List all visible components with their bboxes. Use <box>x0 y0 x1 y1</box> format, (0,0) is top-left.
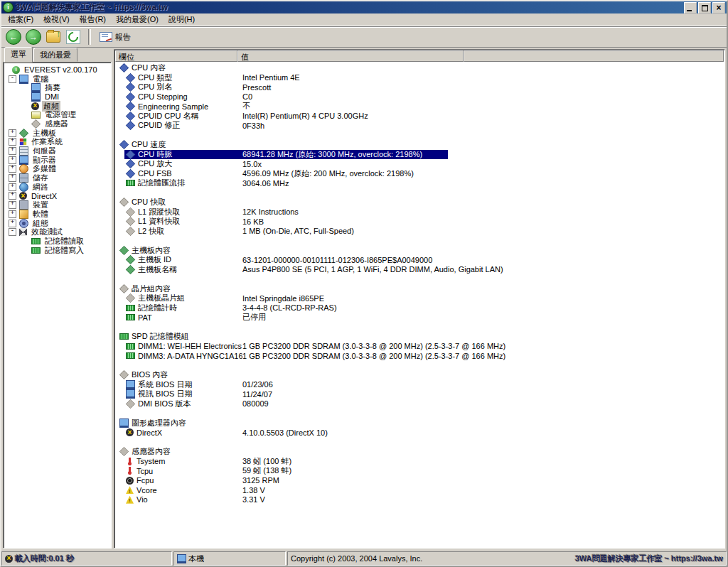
tree-expand-toggle[interactable]: + <box>9 210 16 218</box>
info-row[interactable]: CPU 快取 <box>115 198 724 207</box>
info-row[interactable]: Engineering Sample 不 <box>115 102 724 112</box>
row-icon <box>119 370 129 379</box>
info-row[interactable]: Tcpu 59 蚓 (138 蚌) <box>115 466 724 476</box>
sidebar-tab[interactable]: 選單 <box>4 47 33 63</box>
info-row[interactable]: 晶片組內容 <box>115 284 724 294</box>
menu-item[interactable]: 說明(H) <box>164 14 200 26</box>
info-row[interactable]: 主機板名稱 Asus P4P800 SE (5 PCI, 1 AGP, 1 Wi… <box>115 265 724 275</box>
tree-item[interactable]: 感應器 <box>5 119 111 129</box>
info-row[interactable] <box>115 409 724 418</box>
tree-expand-toggle[interactable]: + <box>9 220 16 227</box>
menu-item[interactable]: 我的最愛(O) <box>111 14 164 26</box>
tree-item[interactable]: EVEREST v2.00.170 <box>5 65 111 75</box>
info-row[interactable]: 視訊 BIOS 日期 11/24/07 <box>115 389 724 399</box>
tree-item[interactable]: + 儲存 <box>5 173 111 183</box>
info-row[interactable]: CPUID 修正 0F33h <box>115 121 724 131</box>
info-row[interactable]: PAT 已停用 <box>115 313 724 323</box>
info-row[interactable]: DIMM3: A-DATA HYNGC1A16 1 GB PC3200 DDR … <box>115 351 724 361</box>
info-row[interactable]: CPU FSB 4596.09 MHz (原始: 200 MHz, overcl… <box>115 169 724 179</box>
tree-item[interactable]: 摘要 <box>5 83 111 92</box>
info-row[interactable]: CPU 時脈 68941.28 MHz (原始: 3000 MHz, overc… <box>115 150 724 160</box>
info-row[interactable]: CPU 別名 Prescott <box>115 82 724 92</box>
info-row[interactable]: CPU 內容 <box>115 63 724 73</box>
info-row[interactable]: 系統 BIOS 日期 01/23/06 <box>115 380 724 390</box>
tree-item[interactable]: + 伺服器 <box>5 146 111 156</box>
menu-item[interactable]: 檢視(V) <box>38 14 75 26</box>
tree-item[interactable]: + 軟體 <box>5 210 111 219</box>
close-button[interactable] <box>712 2 725 14</box>
info-row[interactable]: DIMM1: WEI-HEH Electronics K... 1 GB PC3… <box>115 342 724 352</box>
info-row[interactable]: CPU Stepping C0 <box>115 92 724 102</box>
info-row[interactable] <box>115 131 724 141</box>
info-row[interactable]: CPUID CPU 名稱 Intel(R) Pentium(R) 4 CPU 3… <box>115 112 724 122</box>
row-icon <box>126 150 135 159</box>
info-row[interactable]: 感應器內容 <box>115 447 724 457</box>
row-icon <box>119 246 129 255</box>
info-row[interactable]: Vio 3.31 V <box>115 495 724 505</box>
info-row[interactable] <box>115 236 724 246</box>
info-row[interactable]: Vcore 1.38 V <box>115 485 724 495</box>
tree-expand-toggle[interactable]: + <box>9 138 16 146</box>
info-row[interactable]: 主機板內容 <box>115 246 724 256</box>
tree-item-icon <box>19 146 28 156</box>
tree-item[interactable]: + DirectX <box>5 192 111 201</box>
info-row[interactable]: CPU 速度 <box>115 140 724 150</box>
info-row[interactable] <box>115 188 724 198</box>
info-row[interactable]: L1 跟蹤快取 12K Instructions <box>115 207 724 217</box>
tree-expand-toggle[interactable]: + <box>9 165 16 173</box>
value-label: 1 GB PC3200 DDR SDRAM (3.0-3-3-8 @ 200 M… <box>242 342 724 350</box>
column-header-value[interactable]: 值 <box>237 50 464 62</box>
tree-item[interactable]: + 裝置 <box>5 200 111 210</box>
restore-button[interactable] <box>698 2 711 14</box>
info-row[interactable]: 主機板晶片組 Intel Springdale i865PE <box>115 293 724 303</box>
window-title: 3WA問題解決專家工作室 ~ https://3wa.tw <box>16 2 682 13</box>
tree-expand-toggle[interactable]: + <box>9 174 16 182</box>
column-header-field[interactable]: 欄位 <box>115 50 237 62</box>
minimize-button[interactable] <box>684 2 697 14</box>
info-row[interactable]: L2 快取 1 MB (On-Die, ATC, Full-Speed) <box>115 227 724 237</box>
tree-item[interactable]: + 作業系統 <box>5 138 111 147</box>
row-icon <box>115 323 123 331</box>
info-row[interactable] <box>115 438 724 448</box>
info-row[interactable]: DirectX 4.10.0.5503 (DirectX 10) <box>115 428 724 438</box>
tree-item[interactable]: 記憶體寫入 <box>5 246 111 255</box>
field-cell <box>115 438 232 446</box>
tree-item[interactable]: + 網路 <box>5 183 111 192</box>
info-row[interactable]: CPU 放大 15.0x <box>115 159 724 169</box>
report-button[interactable]: 報告 <box>95 28 135 46</box>
info-row[interactable]: CPU 類型 Intel Pentium 4E <box>115 73 724 83</box>
refresh-button[interactable] <box>64 28 82 45</box>
tree-expand-toggle[interactable]: + <box>9 147 16 155</box>
info-row[interactable] <box>115 274 724 284</box>
forward-button[interactable]: → <box>24 28 43 45</box>
tree-expand-toggle[interactable]: + <box>9 129 16 137</box>
tree-expand-toggle[interactable]: + <box>9 201 16 209</box>
info-row[interactable]: 記憶體計時 3-4-4-8 (CL-RCD-RP-RAS) <box>115 303 724 313</box>
info-row[interactable] <box>115 323 724 333</box>
tree-expand-toggle[interactable]: - <box>9 228 16 236</box>
menu-item[interactable]: 報告(R) <box>75 14 111 26</box>
info-row[interactable]: SPD 記憶體模組 <box>115 332 724 342</box>
back-button[interactable]: ← <box>4 28 23 45</box>
info-row[interactable]: DMI BIOS 版本 080009 <box>115 399 724 409</box>
menu-item[interactable]: 檔案(F) <box>3 14 38 26</box>
field-cell: DirectX <box>115 428 242 437</box>
info-row[interactable]: L1 資料快取 16 KB <box>115 217 724 227</box>
info-row[interactable]: BIOS 內容 <box>115 370 724 380</box>
up-button[interactable] <box>44 28 63 45</box>
info-row[interactable]: Fcpu 3125 RPM <box>115 476 724 486</box>
tree-expand-toggle[interactable]: + <box>9 156 16 164</box>
info-row[interactable]: 記憶體匯流排 3064.06 MHz <box>115 178 724 188</box>
tree-item[interactable]: + 多媒體 <box>5 165 111 174</box>
tree-expand-toggle[interactable]: + <box>9 192 16 200</box>
sidebar-tab[interactable]: 我的最愛 <box>33 48 77 62</box>
info-row[interactable]: 主機板 ID 63-1201-000000-00101111-012306-I8… <box>115 255 724 265</box>
tree-expand-toggle[interactable]: - <box>9 75 16 83</box>
title-bar[interactable]: i 3WA問題解決專家工作室 ~ https://3wa.tw <box>1 1 727 14</box>
info-row[interactable]: 圖形處理器內容 <box>115 418 724 428</box>
tree-expand-toggle[interactable]: + <box>9 183 16 191</box>
info-row[interactable]: Tsystem 38 蚓 (100 蚌) <box>115 457 724 467</box>
field-cell <box>115 237 232 244</box>
tree-item[interactable]: + 顯示器 <box>5 156 111 165</box>
info-row[interactable] <box>115 361 724 371</box>
